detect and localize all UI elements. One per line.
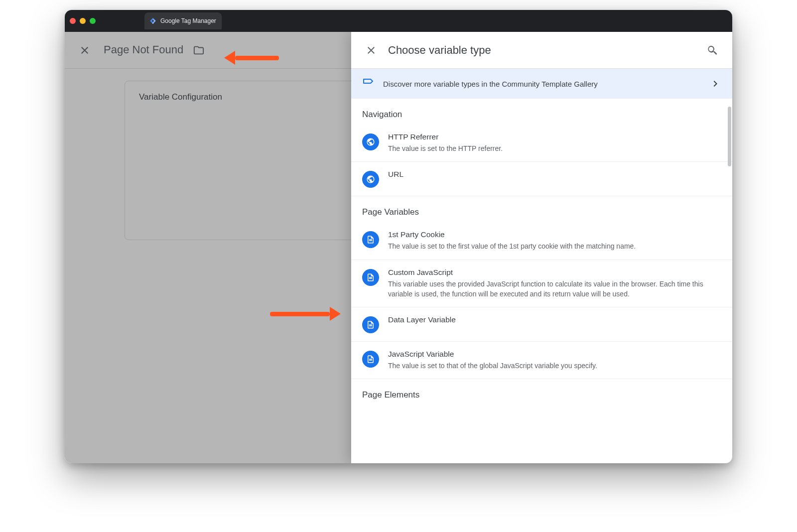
variable-type-item[interactable]: Data Layer Variable [351,307,732,342]
variable-type-item[interactable]: Custom JavaScriptThis variable uses the … [351,260,732,308]
variable-type-name: JavaScript Variable [388,350,721,359]
drawer-search-button[interactable] [701,39,723,61]
globe-icon [362,171,379,188]
community-gallery-banner-text: Discover more variable types in the Comm… [383,80,598,88]
drawer-title: Choose variable type [388,44,695,57]
variable-type-section-label: Page Elements [351,379,732,405]
variable-type-name: 1st Party Cookie [388,230,721,239]
window-close-button[interactable] [70,18,76,24]
variable-type-name: HTTP Referrer [388,133,721,141]
chevron-right-icon [709,78,721,90]
tag-outline-icon [362,78,374,90]
scrollbar-thumb[interactable] [728,107,731,166]
document-icon [362,316,379,333]
variable-type-item[interactable]: URL [351,162,732,196]
app-viewport: Page Not Found Variable Configuration Ch… [65,32,732,463]
variable-type-item[interactable]: 1st Party CookieThe value is set to the … [351,222,732,260]
variable-type-name: Data Layer Variable [388,315,721,324]
browser-tab-title: Google Tag Manager [160,17,216,24]
document-icon [362,269,379,286]
document-icon [362,351,379,368]
variable-type-description: The value is set to that of the global J… [388,361,721,371]
variable-type-item[interactable]: JavaScript VariableThe value is set to t… [351,342,732,379]
variable-type-name: URL [388,170,721,179]
drawer-header: Choose variable type [351,32,732,69]
gtm-logo-icon [149,17,156,24]
browser-window: Google Tag Manager Page Not Found Variab… [65,10,732,463]
variable-type-item[interactable]: HTTP ReferrerThe value is set to the HTT… [351,125,732,162]
browser-tab[interactable]: Google Tag Manager [144,12,222,29]
search-icon [706,44,718,56]
drawer-close-button[interactable] [360,39,382,61]
globe-icon [362,133,379,150]
community-gallery-banner[interactable]: Discover more variable types in the Comm… [351,69,732,99]
variable-type-drawer: Choose variable type Discover more varia… [351,32,732,463]
variable-type-description: The value is set to the first value of t… [388,241,721,251]
window-minimize-button[interactable] [80,18,86,24]
variable-type-list[interactable]: NavigationHTTP ReferrerThe value is set … [351,99,732,463]
variable-type-section-label: Navigation [351,99,732,125]
browser-tab-bar: Google Tag Manager [65,10,732,32]
variable-type-name: Custom JavaScript [388,268,721,277]
window-zoom-button[interactable] [90,18,96,24]
variable-type-description: The value is set to the HTTP referrer. [388,143,721,153]
variable-type-description: This variable uses the provided JavaScri… [388,279,721,299]
close-icon [365,44,377,56]
window-traffic-lights [70,18,96,24]
variable-type-section-label: Page Variables [351,196,732,222]
document-icon [362,231,379,248]
